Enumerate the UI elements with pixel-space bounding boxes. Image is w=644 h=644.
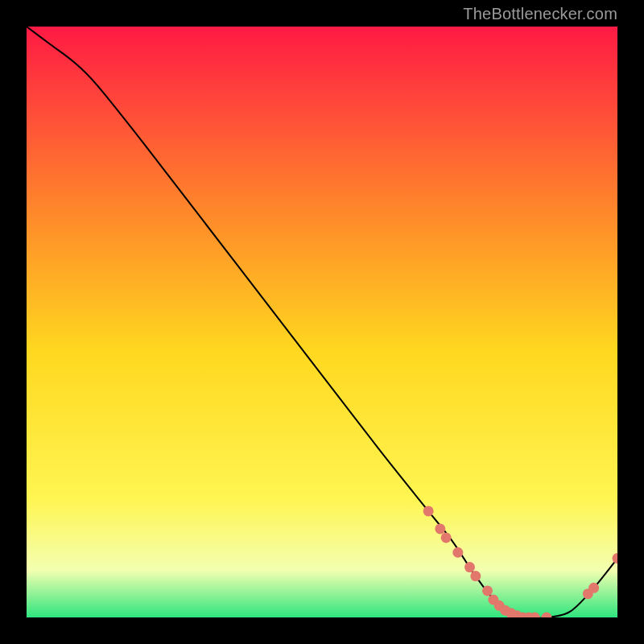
valley-marker	[588, 583, 599, 593]
valley-markers	[423, 506, 617, 617]
valley-marker	[470, 571, 481, 581]
valley-marker	[613, 553, 618, 564]
valley-marker	[452, 547, 463, 558]
valley-marker	[464, 562, 475, 572]
valley-marker	[435, 523, 445, 534]
valley-marker	[441, 532, 452, 543]
plot-area	[27, 27, 617, 617]
valley-marker	[423, 506, 434, 516]
chart-stage: TheBottlenecker.com	[0, 0, 644, 644]
attribution-label: TheBottlenecker.com	[463, 5, 617, 23]
curve-layer	[27, 27, 617, 617]
valley-marker	[482, 585, 493, 596]
valley-marker	[541, 613, 551, 618]
bottleneck-curve	[27, 27, 617, 617]
